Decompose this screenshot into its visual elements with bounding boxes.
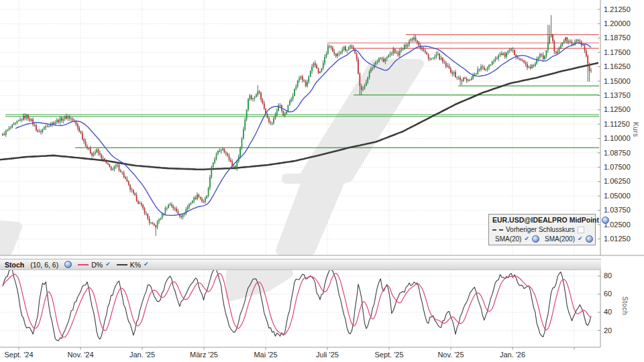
legend-sma-row: SMA(20) ✔ SMA(200) ✔ xyxy=(492,235,592,243)
svg-text:1.11250: 1.11250 xyxy=(604,120,630,128)
svg-text:1.15000: 1.15000 xyxy=(604,77,631,85)
globe-icon[interactable] xyxy=(532,235,539,243)
legend-box[interactable]: EUR.USD@IDEALPRO MidPoint Vorheriger Sch… xyxy=(488,214,596,245)
stoch-k-checkbox[interactable]: ✔ xyxy=(144,261,149,267)
instrument-title: EUR.USD@IDEALPRO MidPoint xyxy=(492,216,599,224)
prev-close-checkbox[interactable] xyxy=(578,227,584,233)
svg-text:1.03750: 1.03750 xyxy=(604,206,631,214)
svg-text:1.21250: 1.21250 xyxy=(604,5,631,13)
stoch-panel-header[interactable]: Stoch (10, 6, 6) D% ✔ K% ✔ xyxy=(0,259,601,270)
svg-text:1.10000: 1.10000 xyxy=(604,134,631,142)
time-axis-label: Sept. '24 xyxy=(4,351,33,359)
svg-text:1.01250: 1.01250 xyxy=(604,235,631,243)
stoch-d-checkbox[interactable]: ✔ xyxy=(105,261,111,267)
svg-text:1.17500: 1.17500 xyxy=(604,48,631,56)
globe-icon[interactable] xyxy=(602,217,609,224)
dashed-line-sample xyxy=(499,229,503,231)
stoch-k-line-sample xyxy=(117,264,127,265)
svg-text:1.12500: 1.12500 xyxy=(604,105,631,113)
price-axis-title: Kurs xyxy=(632,122,639,137)
svg-text:1.07500: 1.07500 xyxy=(604,163,631,171)
svg-text:40: 40 xyxy=(604,308,612,316)
chart-canvas[interactable]: 1.212501.200001.187501.175001.162501.150… xyxy=(0,0,644,362)
svg-text:1.13750: 1.13750 xyxy=(604,91,631,99)
stoch-params: (10, 6, 6) xyxy=(30,261,58,269)
svg-text:1.08750: 1.08750 xyxy=(604,149,631,157)
stoch-d-label: D% xyxy=(91,261,103,269)
svg-text:1.20000: 1.20000 xyxy=(604,19,631,27)
stoch-lines xyxy=(3,269,591,341)
sma200-label: SMA(200) xyxy=(545,235,575,243)
svg-text:1.18750: 1.18750 xyxy=(604,34,631,42)
chart-window: { "colors": { "candle_up": "#169a3e", "c… xyxy=(0,0,644,362)
prev-close-label: Vorheriger Schlusskurs xyxy=(506,226,575,233)
svg-text:1.06250: 1.06250 xyxy=(604,177,631,185)
svg-text:60: 60 xyxy=(604,290,612,298)
time-axis-label: März '25 xyxy=(190,351,218,359)
level-lines xyxy=(5,35,599,148)
time-axis-label: Sept. '25 xyxy=(374,351,403,359)
globe-icon[interactable] xyxy=(586,235,593,243)
stoch-indicator-name: Stoch xyxy=(5,261,24,269)
sma20-label: SMA(20) xyxy=(495,235,521,243)
stoch-axis-title: Stoch xyxy=(621,296,629,315)
stoch-k-label: K% xyxy=(130,261,141,269)
svg-text:20: 20 xyxy=(604,326,612,335)
dashed-line-sample xyxy=(492,229,496,231)
time-axis-label: Jan. '26 xyxy=(500,351,525,359)
globe-icon[interactable] xyxy=(64,261,72,268)
sma20-checkbox[interactable]: ✔ xyxy=(524,236,529,242)
time-axis-label: Mai '25 xyxy=(254,351,277,359)
time-axis-label: Jan. '25 xyxy=(129,351,155,359)
time-axis-label: Nov. '25 xyxy=(437,351,464,359)
time-axis-label: Nov. '24 xyxy=(67,351,93,359)
sma200-checkbox[interactable]: ✔ xyxy=(578,236,583,242)
stoch-d-line-sample xyxy=(78,264,89,265)
svg-text:1.05000: 1.05000 xyxy=(604,192,631,200)
svg-text:80: 80 xyxy=(604,272,612,280)
legend-prev-close-row[interactable]: Vorheriger Schlusskurs xyxy=(492,226,592,233)
svg-text:1.16250: 1.16250 xyxy=(604,62,631,70)
time-axis-label: Juli '25 xyxy=(316,351,339,359)
